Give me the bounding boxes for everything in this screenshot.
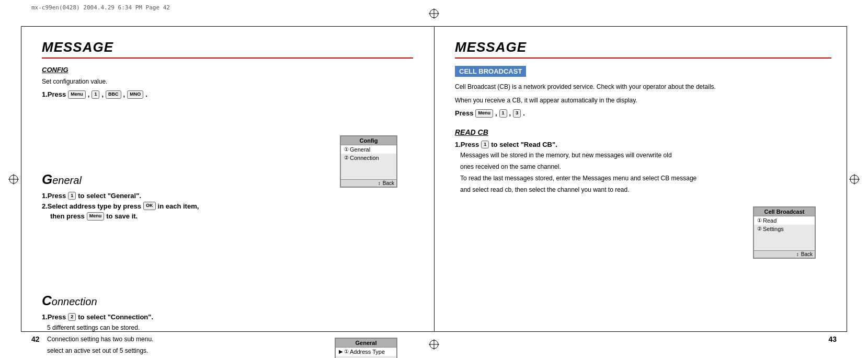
read-cb-key-1: 1 xyxy=(481,141,489,149)
key-mno: MNO xyxy=(127,90,143,99)
key-menu: Menu xyxy=(68,90,86,99)
general-step2b-text: then press xyxy=(50,212,85,220)
general-step2b: then press Menu to save it. xyxy=(42,212,413,221)
screen-general: General ▶ ① Address Type ▶ EMAIL Save Ba… xyxy=(335,338,397,358)
cb-key-1: 1 xyxy=(499,109,507,118)
connection-key-2: 2 xyxy=(68,313,76,321)
connection-title: Connection xyxy=(42,293,413,309)
read-cb-step1: 1.Press 1 to select "Read CB". xyxy=(455,141,831,149)
comma3: , xyxy=(123,90,125,98)
connection-body1: 5 different settings can be stored. xyxy=(42,323,413,332)
config-description: Set configuration value. xyxy=(42,77,413,86)
config-screen-area: Config ① General ② Connection ↕ Back xyxy=(42,104,413,164)
border-center xyxy=(434,26,435,332)
border-left xyxy=(21,26,21,332)
read-cb-section: READ CB 1.Press 1 to select "Read CB". M… xyxy=(455,128,831,195)
screen-config-item1-num: ① xyxy=(344,146,349,152)
general-key-1: 1 xyxy=(68,192,76,200)
cb-press-line: Press Menu , 1 , 3 . xyxy=(455,109,831,118)
connection-step1: 1.Press 2 to select "Connection". xyxy=(42,313,413,321)
cb-intro1: Cell Broadcast (CB) is a network provide… xyxy=(455,82,831,91)
crosshair-left xyxy=(8,174,19,184)
key-bbc: BBC xyxy=(106,90,121,99)
crosshair-top xyxy=(429,8,439,19)
general-key-menu: Menu xyxy=(87,212,105,221)
screen-config-item-1: ① General xyxy=(341,145,396,154)
screen-cb-item-1: ① Read xyxy=(754,216,815,225)
cb-key-3: 3 xyxy=(513,109,521,118)
read-cb-body4: and select read cb, then select the chan… xyxy=(455,185,831,194)
read-cb-body3: To read the last messages stored, enter … xyxy=(455,174,831,183)
connection-rest: onnection xyxy=(52,296,97,307)
screen-config-item-2: ② Connection xyxy=(341,154,396,162)
screen-cb-footer: ↕ Back xyxy=(754,250,815,258)
left-message-title: MESSAGE xyxy=(42,39,413,59)
screen-cb-item1-num: ① xyxy=(757,217,762,223)
screen-cb-title: Cell Broadcast xyxy=(754,207,815,216)
screen-general-item-1: ▶ ① Address Type xyxy=(336,348,396,356)
screen-config-item2-num: ② xyxy=(344,155,349,160)
general-step1-label: 1.Press xyxy=(42,192,66,200)
general-screen-area: General ▶ ① Address Type ▶ EMAIL Save Ba… xyxy=(42,223,413,285)
screen-general-item1-label: Address Type xyxy=(350,349,385,355)
screen-config-footer: ↕ Back xyxy=(341,179,396,187)
cell-broadcast-header: CELL BROADCAST xyxy=(455,66,526,77)
config-footer-icon: ↕ xyxy=(378,180,381,186)
comma1: , xyxy=(88,90,90,98)
screen-general-item1-num: ① xyxy=(344,349,349,354)
screen-cb-item2-label: Settings xyxy=(763,226,784,232)
config-section: CONFIG Set configuration value. 1.Press … xyxy=(42,66,413,99)
general-step2-label: 2.Select address type by press xyxy=(42,202,141,210)
general-rest: eneral xyxy=(52,175,82,186)
read-cb-body1: Messages will be stored in the memory, b… xyxy=(455,151,831,160)
screen-cellbroadcast: Cell Broadcast ① Read ② Settings ↕ Back xyxy=(753,206,816,259)
period1: . xyxy=(145,90,147,98)
cb-footer-icon: ↕ xyxy=(796,251,799,257)
screen-cb-item1-label: Read xyxy=(763,217,776,224)
cb-comma1: , xyxy=(495,109,497,117)
screen-cb-item2-num: ② xyxy=(757,226,762,232)
connection-step1-text: to select "Connection". xyxy=(78,313,153,321)
screen-config-item1-label: General xyxy=(350,146,370,153)
screen-general-item-2: ▶ EMAIL xyxy=(336,356,396,358)
screen-config-item2-label: Connection xyxy=(350,155,379,161)
cb-period: . xyxy=(523,109,525,117)
key-1: 1 xyxy=(92,90,99,99)
crosshair-right xyxy=(849,174,860,184)
right-message-title: MESSAGE xyxy=(455,39,831,59)
connection-big-c: C xyxy=(42,293,52,308)
general-step1: 1.Press 1 to select "General". xyxy=(42,192,413,200)
print-header: mx-c99en(0428) 2004.4.29 6:34 PM Page 42 xyxy=(31,4,170,11)
read-cb-body2: ones received on the same channel. xyxy=(455,162,831,171)
cb-press-label: Press xyxy=(455,109,473,117)
read-cb-step1-label: 1.Press xyxy=(455,141,479,148)
general-step2: 2.Select address type by press OK in eac… xyxy=(42,202,413,210)
general-arrow1: ▶ xyxy=(339,349,343,354)
comma2: , xyxy=(101,90,104,98)
page-container: mx-c99en(0428) 2004.4.29 6:34 PM Page 42… xyxy=(0,0,868,358)
screen-config: Config ① General ② Connection ↕ Back xyxy=(340,135,397,188)
cb-intro2: When you receive a CB, it will appear au… xyxy=(455,96,831,105)
config-press-line: 1.Press Menu , 1 , BBC , MNO . xyxy=(42,90,413,99)
crosshair-bottom xyxy=(429,339,439,350)
cb-footer-back: Back xyxy=(801,251,813,257)
config-press-label: 1.Press xyxy=(42,90,66,98)
cb-comma2: , xyxy=(509,109,511,117)
general-step2b-text2: to save it. xyxy=(106,212,138,220)
general-big-g: G xyxy=(42,171,52,187)
cb-key-menu: Menu xyxy=(475,109,493,118)
read-cb-step1-text: to select "Read CB". xyxy=(491,141,557,148)
general-step1-text: to select "General". xyxy=(78,192,141,200)
general-step2-text: in each item, xyxy=(158,202,199,210)
connection-step1-label: 1.Press xyxy=(42,313,66,321)
read-cb-heading: READ CB xyxy=(455,128,831,136)
right-page: MESSAGE CELL BROADCAST Cell Broadcast (C… xyxy=(439,29,847,207)
config-footer-back: Back xyxy=(383,180,394,186)
left-page: MESSAGE CONFIG Set configuration value. … xyxy=(26,29,429,358)
config-heading: CONFIG xyxy=(42,66,413,74)
screen-cb-item-2: ② Settings xyxy=(754,225,815,233)
page-number-right: 43 xyxy=(828,335,837,343)
general-key-ok: OK xyxy=(143,202,156,210)
screen-general-title: General xyxy=(336,339,396,348)
screen-config-title: Config xyxy=(341,136,396,145)
